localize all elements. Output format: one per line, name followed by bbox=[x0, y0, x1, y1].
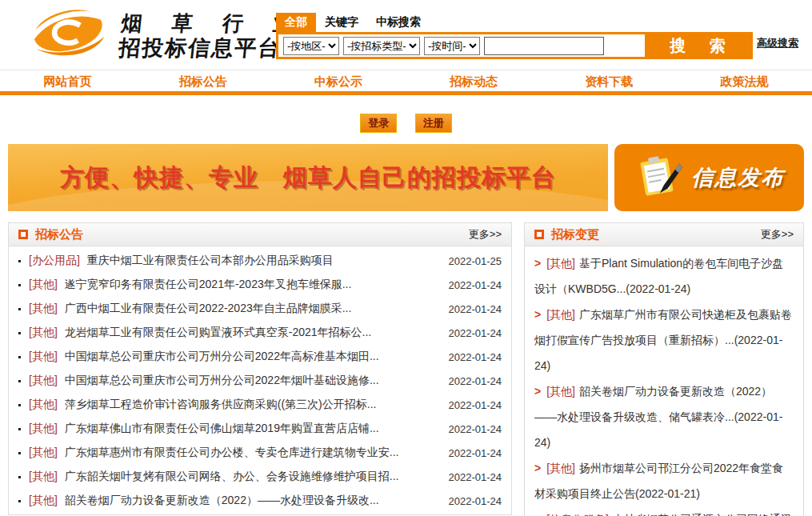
bullet-icon bbox=[18, 260, 21, 262]
announcement-date: 2022-01-24 bbox=[449, 303, 502, 315]
search-filter-group: -按地区--按招标类型--按时间- bbox=[283, 37, 480, 55]
category-tag: [其他] bbox=[546, 385, 575, 398]
nav-item-2[interactable]: 招标公告 bbox=[135, 71, 270, 91]
bullet-icon bbox=[18, 428, 21, 430]
announcement-date: 2022-01-24 bbox=[449, 447, 502, 459]
search-select-2[interactable]: -按招标类型- bbox=[343, 37, 420, 55]
bid-change-more-link[interactable]: 更多>> bbox=[761, 227, 794, 242]
bid-change-row[interactable]: >[其他]基于Plant Simulation的卷包车间电子沙盘设计（KWBD5… bbox=[534, 250, 794, 302]
bid-change-title: 招标变更 bbox=[551, 227, 599, 242]
bid-announcement-row[interactable]: [其他]遂宁宽窄印务有限责任公司2021年-2023年叉抱车维保服...2022… bbox=[18, 273, 502, 297]
category-tag: [其他] bbox=[29, 494, 58, 508]
bid-change-row[interactable]: >[其他]广东烟草广州市有限公司快递柜及包裹贴卷烟打假宣传广告投放项目（重新招标… bbox=[534, 302, 794, 378]
category-tag: [其他] bbox=[29, 350, 58, 364]
nav-item-6[interactable]: 政策法规 bbox=[677, 71, 812, 91]
bid-announcement-more-link[interactable]: 更多>> bbox=[469, 227, 502, 242]
bullet-icon bbox=[18, 356, 21, 358]
announcement-title: 韶关卷烟厂动力设备更新改造（2022）——水处理设备升级改... bbox=[65, 494, 441, 508]
bullet-icon bbox=[18, 308, 21, 310]
publish-label: 信息发布 bbox=[692, 163, 785, 192]
bid-announcement-row[interactable]: [其他]韶关卷烟厂动力设备更新改造（2022）——水处理设备升级改...2022… bbox=[18, 489, 502, 513]
search-select-1[interactable]: -按地区- bbox=[283, 37, 339, 55]
announcement-date: 2022-01-24 bbox=[449, 375, 502, 387]
category-tag: [其他] bbox=[546, 308, 575, 321]
category-tag: [其他] bbox=[29, 470, 58, 484]
arrow-bullet-icon: > bbox=[534, 308, 541, 321]
page: 烟 草 行 业 招投标信息平台 全部关键字中标搜索 -按地区--按招标类型--按… bbox=[0, 0, 812, 516]
arrow-bullet-icon: > bbox=[534, 385, 541, 398]
search-bar: -按地区--按招标类型--按时间- 搜 索 bbox=[276, 32, 753, 59]
site-logo[interactable]: 烟 草 行 业 招投标信息平台 bbox=[27, 5, 305, 67]
bid-announcement-row[interactable]: [其他]中国烟草总公司重庆市公司万州分公司2022年高标准基本烟田...2022… bbox=[18, 345, 502, 369]
category-tag: [信息化服务] bbox=[546, 513, 609, 516]
register-button[interactable]: 注册 bbox=[415, 114, 452, 133]
bid-announcement-panel: 招标公告 更多>> [办公用品]重庆中烟工业有限责任公司本部办公用品采购项目20… bbox=[8, 222, 512, 515]
bullet-icon bbox=[18, 380, 21, 382]
bullet-icon bbox=[18, 500, 21, 502]
bid-announcement-title: 招标公告 bbox=[35, 227, 83, 242]
bid-change-row[interactable]: >[信息化服务]吉林省烟草公司辽源市公司网络通讯服务运营商库、信息化硬件设备维修… bbox=[534, 506, 794, 516]
announcement-title: 重庆中烟工业有限责任公司本部办公用品采购项目 bbox=[87, 254, 441, 268]
nav-item-5[interactable]: 资料下载 bbox=[542, 71, 677, 91]
search-select-3[interactable]: -按时间- bbox=[424, 37, 480, 55]
announcement-title: 遂宁宽窄印务有限责任公司2021年-2023年叉抱车维保服... bbox=[65, 278, 441, 292]
bid-announcement-row[interactable]: [其他]广西中烟工业有限责任公司2022-2023年自主品牌烟膜采...2022… bbox=[18, 297, 502, 321]
announcement-title: 广东烟草佛山市有限责任公司佛山烟草2019年购置直营店店铺... bbox=[65, 422, 441, 436]
category-tag: [其他] bbox=[29, 398, 58, 412]
search-tab-2[interactable]: 关键字 bbox=[316, 13, 367, 32]
bullet-icon bbox=[18, 476, 21, 478]
category-tag: [其他] bbox=[29, 302, 58, 316]
category-tag: [其他] bbox=[546, 462, 575, 474]
announcement-date: 2022-01-24 bbox=[449, 399, 502, 411]
search-module: 全部关键字中标搜索 -按地区--按招标类型--按时间- 搜 索 bbox=[276, 13, 753, 59]
arrow-bullet-icon: > bbox=[534, 257, 541, 270]
search-button[interactable]: 搜 索 bbox=[645, 34, 750, 57]
nav-item-3[interactable]: 中标公示 bbox=[270, 71, 406, 91]
bid-announcement-list: [办公用品]重庆中烟工业有限责任公司本部办公用品采购项目2022-01-25[其… bbox=[9, 246, 511, 513]
bid-change-row[interactable]: >[其他]扬州市烟草公司邗江分公司2022年食堂食材采购项目终止公告(2022-… bbox=[534, 455, 794, 506]
slogan-banner[interactable]: 方便、快捷、专业 烟草人自己的招投标平台 bbox=[8, 144, 608, 211]
bid-announcement-header: 招标公告 更多>> bbox=[9, 223, 511, 246]
announcement-title: 广东韶关烟叶复烤有限公司网络、办公、会务设施维修维护项目招... bbox=[65, 470, 441, 484]
bid-announcement-row[interactable]: [其他]中国烟草总公司重庆市公司万州分公司2022年烟叶基础设施修...2022… bbox=[18, 369, 502, 393]
arrow-bullet-icon: > bbox=[534, 462, 541, 474]
main-nav: 网站首页招标公告中标公示招标动态资料下载政策法规 bbox=[0, 71, 812, 91]
login-button[interactable]: 登录 bbox=[360, 114, 397, 133]
category-tag: [其他] bbox=[29, 374, 58, 388]
announcement-date: 2022-01-24 bbox=[449, 495, 502, 507]
advanced-search-link[interactable]: 高级搜索 bbox=[757, 36, 798, 50]
category-tag: [其他] bbox=[29, 326, 58, 340]
search-input[interactable] bbox=[484, 37, 604, 55]
bid-announcement-row[interactable]: [办公用品]重庆中烟工业有限责任公司本部办公用品采购项目2022-01-25 bbox=[18, 249, 502, 273]
slogan-text: 方便、快捷、专业 烟草人自己的招投标平台 bbox=[60, 162, 556, 194]
category-tag: [办公用品] bbox=[29, 254, 80, 268]
search-tabs: 全部关键字中标搜索 bbox=[276, 13, 753, 32]
nav-underline-bar bbox=[0, 91, 812, 95]
nav-item-4[interactable]: 招标动态 bbox=[406, 71, 542, 91]
bullet-icon bbox=[18, 404, 21, 406]
bid-change-row[interactable]: >[其他]韶关卷烟厂动力设备更新改造（2022）——水处理设备升级改造、储气罐表… bbox=[534, 378, 794, 455]
tobacco-leaf-logo-icon bbox=[27, 5, 110, 67]
announcement-date: 2022-01-24 bbox=[449, 351, 502, 363]
bid-change-header: 招标变更 更多>> bbox=[525, 223, 803, 246]
announcement-title: 萍乡烟草工程造价审计咨询服务供应商采购((第三次)公开招标... bbox=[65, 398, 441, 412]
search-tab-1[interactable]: 全部 bbox=[276, 13, 316, 32]
bid-announcement-row[interactable]: [其他]广东韶关烟叶复烤有限公司网络、办公、会务设施维修维护项目招...2022… bbox=[18, 465, 502, 489]
bid-announcement-row[interactable]: [其他]萍乡烟草工程造价审计咨询服务供应商采购((第三次)公开招标...2022… bbox=[18, 393, 502, 417]
category-tag: [其他] bbox=[546, 257, 575, 270]
bullet-icon bbox=[18, 452, 21, 454]
nav-item-1[interactable]: 网站首页 bbox=[0, 71, 135, 91]
announcement-date: 2022-01-24 bbox=[449, 279, 502, 291]
bid-announcement-row[interactable]: [其他]龙岩烟草工业有限责任公司购置液环式真空泵-2021年招标公...2022… bbox=[18, 321, 502, 345]
bullet-icon bbox=[18, 284, 21, 286]
bullet-icon bbox=[18, 332, 21, 334]
bid-announcement-row[interactable]: [其他]广东烟草惠州市有限责任公司办公楼、专卖仓库进行建筑物专业安...2022… bbox=[18, 441, 502, 465]
bid-announcement-row[interactable]: [其他]广东烟草佛山市有限责任公司佛山烟草2019年购置直营店店铺...2022… bbox=[18, 417, 502, 441]
announcement-title: 中国烟草总公司重庆市公司万州分公司2022年烟叶基础设施修... bbox=[65, 374, 441, 388]
top-header: 烟 草 行 业 招投标信息平台 全部关键字中标搜索 -按地区--按招标类型--按… bbox=[0, 0, 812, 70]
search-tab-3[interactable]: 中标搜索 bbox=[367, 13, 430, 32]
arrow-bullet-icon: > bbox=[534, 513, 541, 516]
publish-info-banner[interactable]: 信息发布 bbox=[614, 144, 804, 211]
announcement-title: 广东烟草惠州市有限责任公司办公楼、专卖仓库进行建筑物专业安... bbox=[65, 446, 441, 460]
square-bullet-icon bbox=[18, 230, 28, 239]
